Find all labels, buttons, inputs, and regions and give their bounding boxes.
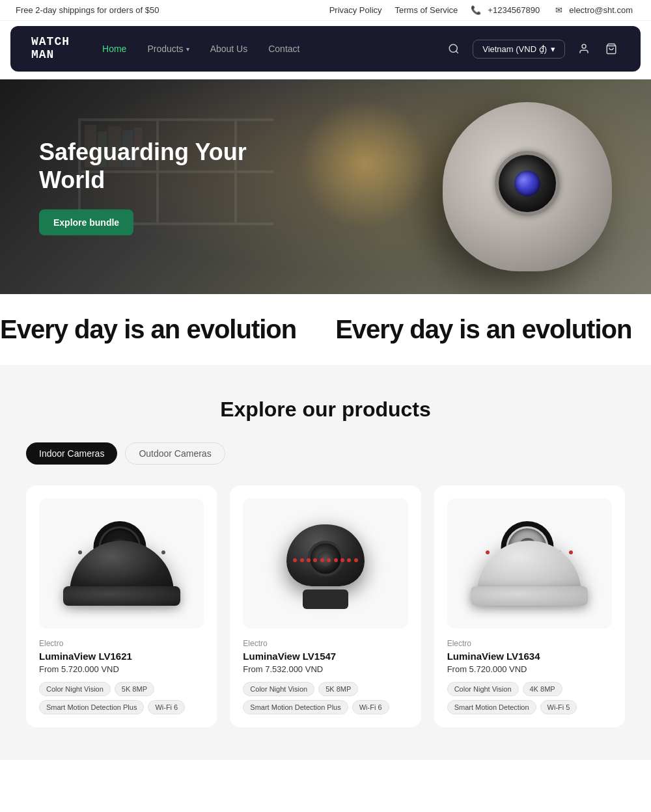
email-address: electro@sht.com <box>569 5 633 15</box>
search-icon <box>448 43 460 55</box>
tag-wifi-1: Wi-Fi 6 <box>148 700 185 714</box>
hero-camera <box>443 102 612 271</box>
tag-motion-2: Smart Motion Detection Plus <box>243 700 348 714</box>
hero-content: Safeguarding Your World Explore bundle <box>39 138 286 236</box>
currency-label: Vietnam (VND ₫) <box>482 44 547 54</box>
tag-motion-3: Smart Motion Detection <box>447 700 536 714</box>
hero-title: Safeguarding Your World <box>39 138 286 194</box>
product-tags-2: Color Night Vision 5K 8MP Smart Motion D… <box>243 682 408 714</box>
products-chevron: ▾ <box>186 46 189 53</box>
product-image-2 <box>243 498 408 629</box>
tag-motion-1: Smart Motion Detection Plus <box>39 700 144 714</box>
tag-color-night-vision-2: Color Night Vision <box>243 682 314 696</box>
nav-links: Home Products ▾ About Us Contact <box>93 38 445 59</box>
product-tags-3: Color Night Vision 4K 8MP Smart Motion D… <box>447 682 612 714</box>
tag-wifi-3: Wi-Fi 5 <box>540 700 577 714</box>
product-price-3: From 5.720.000 VND <box>447 664 612 674</box>
tag-5k-8mp-1: 5K 8MP <box>115 682 154 696</box>
product-price-1: From 5.720.000 VND <box>39 664 204 674</box>
currency-chevron: ▾ <box>551 44 555 54</box>
shipping-notice: Free 2-day shippings for orders of $50 <box>16 5 159 15</box>
nav-about[interactable]: About Us <box>201 38 257 59</box>
product-image-1 <box>39 498 204 629</box>
tag-4k-8mp-3: 4K 8MP <box>523 682 562 696</box>
turret-head <box>286 524 365 586</box>
phone-contact: 📞 +1234567890 <box>471 5 542 15</box>
nav-actions: Vietnam (VND ₫) ▾ <box>445 40 620 59</box>
turret-neck <box>303 589 348 609</box>
email-icon: ✉ <box>555 5 562 15</box>
explore-bundle-button[interactable]: Explore bundle <box>39 210 133 236</box>
turret-ir <box>293 544 358 576</box>
svg-point-0 <box>449 44 457 52</box>
products-title: Explore our products <box>26 398 625 422</box>
product-price-2: From 7.532.000 VND <box>243 664 408 674</box>
hero-light-glow <box>299 99 430 229</box>
svg-line-1 <box>456 51 458 53</box>
product-card-1[interactable]: Electro LuminaView LV1621 From 5.720.000… <box>26 485 217 727</box>
camera-dome-1 <box>70 521 174 606</box>
camera-body <box>443 102 612 271</box>
logo[interactable]: WATCH MAN <box>31 36 70 62</box>
products-section: Explore our products Indoor Cameras Outd… <box>0 365 651 760</box>
top-bar-right: Privacy Policy Terms of Service 📞 +12345… <box>329 5 635 15</box>
search-button[interactable] <box>445 40 462 57</box>
account-button[interactable] <box>575 40 592 57</box>
tag-5k-8mp-2: 5K 8MP <box>318 682 358 696</box>
svg-rect-4 <box>78 118 273 121</box>
privacy-link[interactable]: Privacy Policy <box>329 5 382 15</box>
email-contact: ✉ electro@sht.com <box>555 5 635 15</box>
dome-body-1 <box>70 541 174 593</box>
phone-number: +1234567890 <box>488 5 540 15</box>
product-brand-2: Electro <box>243 639 408 648</box>
nav-home[interactable]: Home <box>93 38 135 59</box>
user-icon <box>578 43 590 55</box>
tab-outdoor-cameras[interactable]: Outdoor Cameras <box>125 442 225 465</box>
marquee-section: Every day is an evolution Every day is a… <box>0 294 651 365</box>
tag-color-night-vision-1: Color Night Vision <box>39 682 111 696</box>
cart-icon <box>605 43 617 55</box>
marquee-text-2: Every day is an evolution <box>335 315 631 344</box>
currency-selector[interactable]: Vietnam (VND ₫) ▾ <box>473 40 565 59</box>
camera-lens <box>495 151 560 216</box>
product-grid: Electro LuminaView LV1621 From 5.720.000… <box>26 485 625 727</box>
product-tags-1: Color Night Vision 5K 8MP Smart Motion D… <box>39 682 204 714</box>
svg-point-2 <box>582 44 586 48</box>
dome-base-3 <box>471 586 588 606</box>
hero-section: Safeguarding Your World Explore bundle <box>0 79 651 294</box>
camera-turret-2 <box>277 518 374 609</box>
product-name-3: LuminaView LV1634 <box>447 651 612 662</box>
product-card-2[interactable]: Electro LuminaView LV1547 From 7.532.000… <box>230 485 421 727</box>
navbar: WATCH MAN Home Products ▾ About Us Conta… <box>10 26 641 72</box>
tab-indoor-cameras[interactable]: Indoor Cameras <box>26 442 117 465</box>
phone-icon: 📞 <box>471 5 481 15</box>
product-name-1: LuminaView LV1621 <box>39 651 204 662</box>
product-tabs: Indoor Cameras Outdoor Cameras <box>26 442 625 465</box>
terms-link[interactable]: Terms of Service <box>395 5 458 15</box>
product-brand-3: Electro <box>447 639 612 648</box>
top-bar: Free 2-day shippings for orders of $50 P… <box>0 0 651 21</box>
nav-contact[interactable]: Contact <box>259 38 309 59</box>
marquee-text-1: Every day is an evolution <box>0 315 296 344</box>
tag-color-night-vision-3: Color Night Vision <box>447 682 519 696</box>
dome-body-3 <box>477 541 581 593</box>
product-card-3[interactable]: Electro LuminaView LV1634 From 5.720.000… <box>434 485 625 727</box>
product-image-3 <box>447 498 612 629</box>
cart-button[interactable] <box>603 40 620 57</box>
tag-wifi-2: Wi-Fi 6 <box>352 700 389 714</box>
marquee-inner: Every day is an evolution Every day is a… <box>0 315 651 344</box>
product-brand-1: Electro <box>39 639 204 648</box>
dome-base-1 <box>63 586 180 606</box>
product-name-2: LuminaView LV1547 <box>243 651 408 662</box>
nav-products[interactable]: Products ▾ <box>138 38 198 59</box>
camera-dome-3 <box>477 521 581 606</box>
